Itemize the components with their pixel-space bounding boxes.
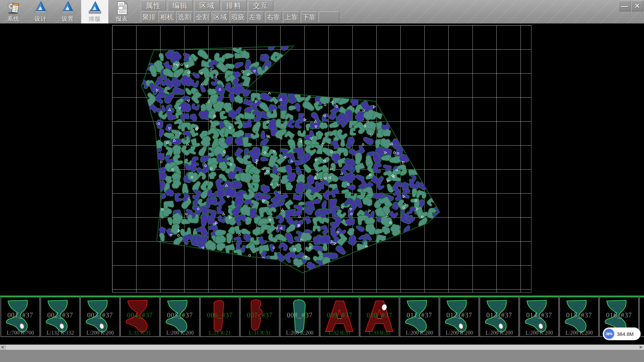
thumbnail-piece-id: 016_#37: [600, 311, 638, 319]
triangle-ruler-icon: [34, 1, 48, 15]
thumbnail-tile-6[interactable]: 006_#37L:21 R:21: [200, 297, 239, 337]
thumbnail-lr-count: L:31 R:31: [240, 330, 279, 336]
iconbar-button-label: 排版: [89, 16, 101, 22]
toolbar: 系统设计设置排版报表 属性编辑区域排料交互 聚排相机选割全割区域瑕疵左靠右靠上靠…: [0, 0, 644, 23]
thumbnail-piece-id: 004_#37: [121, 311, 159, 319]
thumbnail-piece-id: 005_#37: [161, 311, 199, 319]
thumbnail-lr-count: L:200 R:200: [520, 330, 558, 336]
iconbar-button-label: 系统: [7, 16, 19, 22]
tool-button-3[interactable]: 选割: [176, 11, 193, 23]
status-bar: [0, 350, 644, 362]
iconbar-button-1[interactable]: 系统: [0, 0, 27, 23]
menu-tab-4[interactable]: 排料: [221, 0, 247, 11]
menu-area: 属性编辑区域排料交互 聚排相机选割全割区域瑕疵左靠右靠上靠下靠: [141, 0, 341, 23]
menu-tab-3[interactable]: 区域: [195, 0, 220, 11]
thumbnail-lr-count: L:200 R:200: [161, 330, 199, 336]
progress-circle: 38%: [604, 328, 614, 339]
thumbnail-piece-id: 001_#37: [1, 311, 40, 319]
thumbnail-piece-id: 017_#37: [640, 311, 644, 319]
thumbnail-lr-count: L:200 R:200: [480, 330, 519, 336]
system-gear-icon: [6, 1, 20, 15]
thumbnail-tile-2[interactable]: 002_#37L:132 R:132: [41, 297, 80, 337]
tool-button-8[interactable]: 右靠: [265, 11, 282, 23]
triangle-ruler-icon: [61, 1, 75, 15]
tool-button-5[interactable]: 区域: [212, 11, 228, 23]
thumbnail-tile-3[interactable]: 003_#37L:200 R:200: [80, 297, 120, 337]
thumbnail-lr-count: L:32 R:31: [320, 330, 359, 336]
tool-button-row: 聚排相机选割全割区域瑕疵左靠右靠上靠下靠: [141, 11, 341, 23]
thumbnail-tile-9[interactable]: 009_#37L:32 R:31: [320, 297, 359, 337]
iconbar-button-label: 报表: [116, 16, 128, 22]
iconbar-button-4[interactable]: 排版: [81, 0, 108, 23]
iconbar-button-label: 设置: [62, 16, 74, 22]
thumbnail-piece-id: 010_#37: [360, 311, 399, 319]
thumbnail-piece-id: 011_#37: [400, 311, 439, 319]
tool-button-1[interactable]: 聚排: [141, 11, 157, 23]
tool-button-2[interactable]: 相机: [159, 11, 175, 23]
close-button[interactable]: ✕: [631, 1, 643, 11]
tool-button-4[interactable]: 全割: [194, 11, 211, 23]
thumbnail-lr-count: L:200 R:200: [81, 330, 119, 336]
menu-tab-row: 属性编辑区域排料交互: [141, 0, 341, 11]
thumbnail-tile-7[interactable]: 007_#37L:31 R:31: [240, 297, 279, 337]
scroll-left-arrow[interactable]: <: [0, 345, 6, 350]
menu-tab-2[interactable]: 编辑: [168, 0, 193, 11]
thumbnail-tile-10[interactable]: 010_#37L:33 R:33: [360, 297, 399, 337]
thumbnail-lr-count: L:200 R:200: [280, 330, 319, 336]
iconbar-button-3[interactable]: 设置: [54, 0, 82, 23]
thumbnail-tile-15[interactable]: 015_#37L:200 R:200: [559, 297, 599, 337]
memory-badge: 38% 384.8M: [603, 327, 641, 340]
thumbnail-tile-12[interactable]: 012_#37L:200 R:200: [440, 297, 479, 337]
thumbnail-piece-id: 008_#37: [280, 311, 319, 319]
thumbnail-tile-11[interactable]: 011_#37L:200 R:200: [400, 297, 439, 337]
horizontal-scrollbar[interactable]: < >: [0, 345, 644, 350]
nesting-app-window: 系统设计设置排版报表 属性编辑区域排料交互 聚排相机选割全割区域瑕疵左靠右靠上靠…: [0, 0, 644, 362]
thumbnail-piece-id: 015_#37: [560, 311, 598, 319]
report-document-icon: [115, 1, 129, 15]
thumbnail-lr-count: L:200 R:200: [400, 330, 439, 336]
thumbnail-tile-4[interactable]: 004_#37L:31 R:31: [120, 297, 160, 337]
thumbnail-piece-id: 014_#37: [520, 311, 558, 319]
iconbar-button-5[interactable]: 报表: [108, 0, 136, 23]
thumbnail-piece-id: 013_#37: [480, 311, 519, 319]
nesting-canvas[interactable]: [0, 23, 644, 296]
thumbnail-lr-count: L:33 R:33: [360, 330, 399, 336]
thumbnail-lr-count: L:200 R:200: [440, 330, 479, 336]
thumbnail-piece-id: 009_#37: [320, 311, 359, 319]
main-icon-bar: 系统设计设置排版报表: [0, 0, 136, 23]
nesting-layout-drawing: [0, 23, 644, 296]
scroll-right-arrow[interactable]: >: [638, 345, 643, 350]
thumbnail-tile-14[interactable]: 014_#37L:200 R:200: [520, 297, 559, 337]
iconbar-button-2[interactable]: 设计: [27, 0, 54, 23]
thumbnail-lr-count: L:700 R:700: [1, 330, 40, 336]
memory-value: 384.8M: [617, 331, 634, 337]
thumbnail-lr-count: L:132 R:132: [41, 330, 79, 336]
thumbnail-tile-13[interactable]: 013_#37L:200 R:200: [480, 297, 519, 337]
thumbnail-tile-5[interactable]: 005_#37L:200 R:200: [160, 297, 200, 337]
thumbnail-lr-count: L:21 R:21: [201, 330, 239, 336]
tool-button-7[interactable]: 左靠: [248, 11, 264, 23]
menu-tab-1[interactable]: 属性: [141, 0, 166, 11]
thumbnail-piece-id: 012_#37: [440, 311, 479, 319]
hide-interior: [112, 25, 531, 293]
tool-button-10[interactable]: 下靠: [301, 11, 317, 23]
thumbnail-tile-8[interactable]: 008_#37L:200 R:200: [280, 297, 319, 337]
triangle-ruler-icon: [88, 1, 102, 15]
thumbnail-tile-1[interactable]: 001_#37L:700 R:700: [1, 297, 40, 337]
thumbnail-lr-count: L:200 R:200: [560, 330, 598, 336]
thumbnail-piece-id: 002_#37: [41, 311, 79, 319]
thumbnail-piece-id: 003_#37: [81, 311, 119, 319]
window-controls: — ✕: [618, 1, 643, 11]
tool-button-blank: [319, 11, 339, 23]
thumbnail-piece-id: 007_#37: [240, 311, 279, 319]
minimize-button[interactable]: —: [619, 1, 631, 11]
iconbar-button-label: 设计: [35, 16, 47, 22]
piece-thumbnail-strip: 001_#37L:700 R:700002_#37L:132 R:132003_…: [0, 296, 644, 345]
thumbnail-row: 001_#37L:700 R:700002_#37L:132 R:132003_…: [1, 297, 644, 337]
thumbnail-piece-id: 006_#37: [201, 311, 239, 319]
tool-button-9[interactable]: 上靠: [283, 11, 300, 23]
thumbnail-lr-count: L:31 R:31: [121, 330, 159, 336]
tool-button-6[interactable]: 瑕疵: [230, 11, 246, 23]
menu-tab-5[interactable]: 交互: [248, 0, 273, 11]
